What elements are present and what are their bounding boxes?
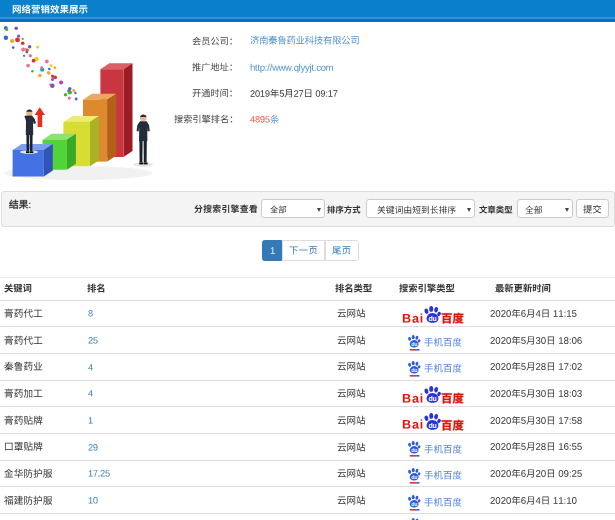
svg-text:du: du [429, 421, 437, 428]
svg-text:du: du [429, 395, 437, 402]
svg-text:du: du [411, 367, 417, 373]
svg-text:du: du [411, 501, 417, 507]
svg-text:du: du [429, 315, 437, 322]
svg-text:du: du [411, 447, 417, 453]
svg-text:du: du [411, 341, 417, 347]
svg-text:du: du [411, 474, 417, 480]
